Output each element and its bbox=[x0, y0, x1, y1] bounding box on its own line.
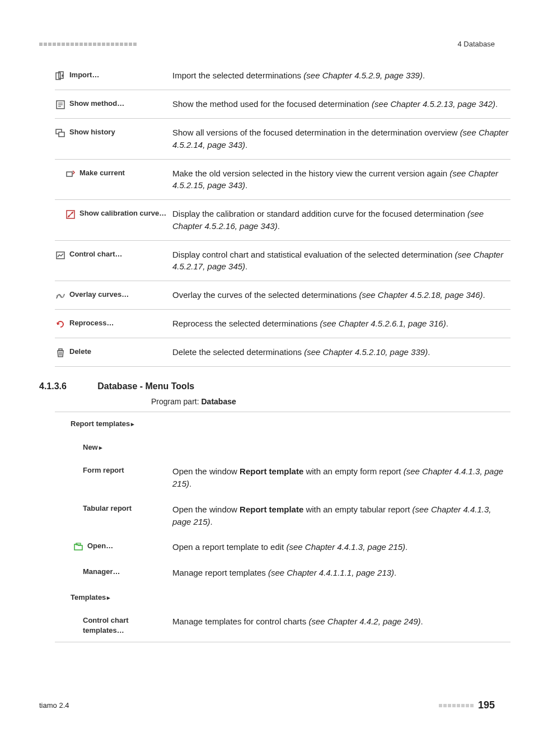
menu-label: Open… bbox=[87, 541, 113, 551]
overlay-curves-icon bbox=[55, 290, 66, 301]
menu-desc bbox=[172, 442, 510, 452]
menu-label: Reprocess… bbox=[69, 319, 114, 328]
page-footer: tiamo 2.4 195 bbox=[39, 698, 495, 712]
menu-label: Import… bbox=[69, 71, 99, 80]
reprocess-icon bbox=[55, 319, 66, 330]
header-dots-left bbox=[39, 43, 137, 46]
menu-items-table: Import… Import the selected determinatio… bbox=[55, 65, 510, 367]
menu-row-delete: Delete Delete the selected determination… bbox=[55, 338, 510, 367]
menu-row-control-chart-templates: Control chart templates… Manage template… bbox=[55, 609, 510, 642]
menu-row-open: Open… Open a report template to edit (se… bbox=[55, 534, 510, 560]
menu-label: Show calibration curve… bbox=[79, 209, 166, 218]
menu-row-import: Import… Import the selected determinatio… bbox=[55, 65, 510, 90]
page-number: 195 bbox=[478, 698, 495, 712]
menu-desc: Make the old version selected in the his… bbox=[172, 167, 510, 192]
menu-label: Show history bbox=[69, 128, 115, 137]
menu-row-show-history: Show history Show all versions of the fo… bbox=[55, 119, 510, 160]
section-number: 4.1.3.6 bbox=[39, 380, 95, 393]
page-header: 4 Database bbox=[39, 39, 495, 49]
section-heading: 4.1.3.6 Database - Menu Tools bbox=[39, 380, 495, 393]
menu-row-templates: Templates▸ bbox=[55, 586, 510, 609]
method-icon bbox=[55, 99, 66, 110]
menu-desc bbox=[172, 592, 510, 603]
calibration-icon bbox=[65, 209, 76, 220]
menu-desc: Manage report templates (see Chapter 4.4… bbox=[172, 567, 510, 579]
svg-rect-7 bbox=[59, 132, 64, 137]
menu-label: Manager… bbox=[83, 567, 120, 577]
program-part-line: Program part: Database bbox=[151, 396, 495, 408]
menu-label: Show method… bbox=[69, 99, 124, 109]
menu-desc: Import the selected determinations (see … bbox=[172, 69, 510, 82]
menu-row-make-current: Make current Make the old version select… bbox=[55, 160, 510, 200]
svg-point-10 bbox=[68, 216, 70, 217]
section-title: Database - Menu Tools bbox=[97, 381, 194, 391]
menu-desc: Display control chart and statistical ev… bbox=[172, 249, 510, 273]
menu-label: Control chart templates… bbox=[83, 615, 167, 635]
make-current-icon bbox=[65, 169, 76, 180]
menu-desc: Manage templates for control charts (see… bbox=[172, 615, 510, 635]
svg-rect-8 bbox=[67, 172, 72, 176]
menu-desc: Open the window Report template with an … bbox=[172, 503, 510, 528]
menu-row-overlay-curves: Overlay curves… Overlay the curves of th… bbox=[55, 281, 510, 310]
menu-label: Control chart… bbox=[69, 250, 123, 259]
menu-row-tabular-report: Tabular report Open the window Report te… bbox=[55, 497, 510, 535]
menu-desc: Delete the selected determinations (see … bbox=[172, 346, 510, 358]
menu-label: Form report bbox=[83, 465, 124, 475]
menu-desc: Display the calibration or standard addi… bbox=[172, 208, 510, 232]
footer-dots bbox=[439, 704, 474, 707]
menu-label: New▸ bbox=[83, 442, 102, 452]
product-name: tiamo 2.4 bbox=[39, 701, 69, 711]
import-icon bbox=[55, 71, 66, 82]
delete-icon bbox=[55, 347, 66, 358]
menu-desc: Show all versions of the focused determi… bbox=[172, 127, 510, 151]
menu-row-new: New▸ bbox=[55, 436, 510, 459]
open-icon bbox=[73, 541, 84, 552]
menu-row-control-chart: Control chart… Display control chart and… bbox=[55, 241, 510, 282]
menu-desc: Show the method used for the focused det… bbox=[172, 98, 510, 110]
menu-desc bbox=[172, 419, 510, 429]
menu-row-form-report: Form report Open the window Report templ… bbox=[55, 459, 510, 497]
menu-label: Make current bbox=[79, 169, 125, 178]
menu-desc: Open the window Report template with an … bbox=[172, 465, 510, 490]
svg-point-11 bbox=[72, 212, 73, 214]
menu-row-reprocess: Reprocess… Reprocess the selected determ… bbox=[55, 310, 510, 338]
menu-label: Report templates▸ bbox=[71, 419, 134, 429]
menu-desc: Reprocess the selected determinations (s… bbox=[172, 318, 510, 330]
chapter-label: 4 Database bbox=[458, 39, 495, 49]
svg-rect-16 bbox=[59, 349, 62, 351]
menu-row-show-method: Show method… Show the method used for th… bbox=[55, 90, 510, 119]
menu-label: Tabular report bbox=[83, 503, 132, 514]
tools-menu-table: Report templates▸ New▸ Form report Open … bbox=[55, 412, 510, 642]
menu-row-report-templates: Report templates▸ bbox=[55, 412, 510, 436]
menu-label: Overlay curves… bbox=[69, 290, 129, 300]
history-icon bbox=[55, 128, 66, 139]
menu-desc: Overlay the curves of the selected deter… bbox=[172, 289, 510, 301]
menu-label: Templates▸ bbox=[71, 592, 110, 603]
menu-desc: Open a report template to edit (see Chap… bbox=[172, 541, 510, 553]
menu-row-show-calibration-curve: Show calibration curve… Display the cali… bbox=[55, 200, 510, 241]
menu-label: Delete bbox=[69, 347, 91, 357]
menu-row-manager: Manager… Manage report templates (see Ch… bbox=[55, 560, 510, 586]
control-chart-icon bbox=[55, 250, 66, 261]
